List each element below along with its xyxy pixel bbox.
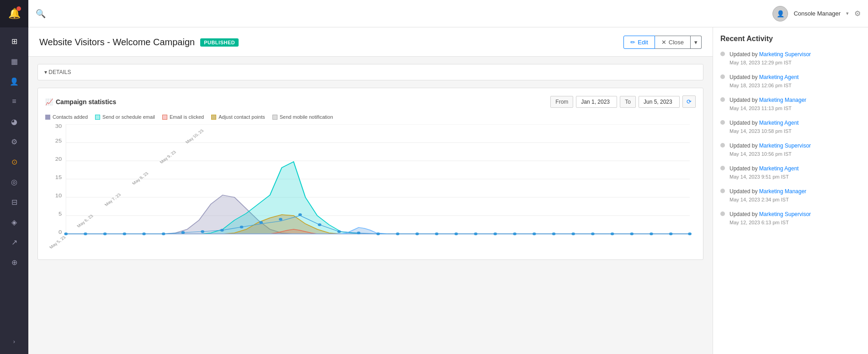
activity-text: Updated by Marketing Manager May 14, 202… — [730, 96, 806, 112]
svg-point-41 — [591, 232, 595, 235]
to-label: To — [620, 96, 636, 108]
activity-item: Updated by Marketing Supervisor May 12, … — [720, 210, 861, 227]
refresh-button[interactable]: ⟳ — [682, 95, 696, 108]
topbar: 🔍 👤 Console Manager ▾ ⚙ — [28, 0, 868, 27]
to-date-input[interactable]: Jun 5, 2023 — [639, 96, 680, 108]
sidebar-item-integrations[interactable]: ⚙ — [4, 132, 24, 151]
svg-point-22 — [220, 229, 224, 232]
svg-point-46 — [688, 232, 692, 235]
svg-point-32 — [415, 232, 419, 235]
svg-point-44 — [650, 232, 653, 235]
legend-mobile-notif: Send mobile notification — [272, 114, 333, 120]
sidebar-item-analytics[interactable]: ↗ — [4, 233, 24, 251]
activity-text: Updated by Marketing Agent May 18, 2023 … — [730, 73, 799, 90]
svg-text:May 9, 23: May 9, 23 — [159, 150, 177, 164]
legend-email-clicked-color — [162, 115, 167, 120]
legend-email-clicked: Email is clicked — [162, 114, 204, 120]
stats-header: 📈 Campaign statistics From Jan 1, 2023 T… — [45, 95, 696, 108]
sidebar-item-tags[interactable]: ⊕ — [4, 253, 24, 271]
svg-text:25: 25 — [55, 138, 62, 143]
svg-point-38 — [533, 232, 536, 235]
sidebar-item-table[interactable]: ⊟ — [4, 193, 24, 211]
svg-text:May 5, 23: May 5, 23 — [48, 235, 67, 249]
date-range: From Jan 1, 2023 To Jun 5, 2023 ⟳ — [550, 95, 696, 108]
svg-point-27 — [318, 223, 321, 226]
legend-send-email-color — [95, 115, 100, 120]
sidebar-expand-button[interactable]: › — [4, 333, 24, 349]
main-area: 🔍 👤 Console Manager ▾ ⚙ Website Visitors… — [28, 0, 868, 354]
activity-item: Updated by Marketing Agent May 18, 2023 … — [720, 73, 861, 90]
stats-card: 📈 Campaign statistics From Jan 1, 2023 T… — [37, 88, 703, 260]
activity-user-link[interactable]: Marketing Agent — [759, 165, 799, 172]
adjust-points-area — [66, 215, 690, 234]
from-label: From — [550, 96, 573, 108]
activity-text: Updated by Marketing Manager May 14, 202… — [730, 187, 806, 204]
legend-adjust-points: Adjust contact points — [211, 114, 265, 120]
sidebar-item-calendar[interactable]: ▦ — [4, 52, 24, 70]
svg-text:May 10, 23: May 10, 23 — [185, 129, 205, 144]
page-title: Website Visitors - Welcome Campaign — [39, 37, 195, 48]
activity-user-link[interactable]: Marketing Supervisor — [759, 211, 811, 217]
sidebar-item-dashboard[interactable]: ⊞ — [4, 32, 24, 50]
send-email-area — [66, 162, 690, 234]
activity-item: Updated by Marketing Agent May 14, 2023 … — [720, 164, 861, 181]
svg-point-21 — [201, 230, 204, 233]
activity-dot — [720, 52, 725, 56]
user-name-label[interactable]: Console Manager — [793, 10, 841, 17]
svg-point-37 — [513, 232, 517, 235]
activity-item: Updated by Marketing Manager May 14, 202… — [720, 96, 861, 112]
activity-date: May 18, 2023 12:29 pm IST — [730, 60, 792, 65]
sidebar-item-reports[interactable]: ◕ — [4, 112, 24, 131]
sidebar-item-lists[interactable]: ≡ — [4, 92, 24, 111]
svg-point-30 — [376, 232, 380, 235]
activity-user-link[interactable]: Marketing Agent — [759, 120, 799, 126]
search-icon[interactable]: 🔍 — [36, 9, 46, 19]
svg-point-34 — [454, 232, 458, 235]
from-date-input[interactable]: Jan 1, 2023 — [576, 96, 617, 108]
activity-user-link[interactable]: Marketing Supervisor — [759, 143, 811, 149]
baseline-line — [66, 216, 690, 234]
activity-text: Updated by Marketing Agent May 14, 2023 … — [730, 164, 799, 181]
settings-icon[interactable]: ⚙ — [854, 9, 861, 18]
close-icon: ✕ — [661, 39, 666, 46]
legend-adjust-points-color — [211, 115, 216, 120]
data-dot — [64, 232, 68, 235]
svg-text:5: 5 — [59, 211, 62, 216]
activity-user-link[interactable]: Marketing Supervisor — [759, 51, 811, 58]
actions-dropdown-button[interactable]: ▾ — [691, 36, 702, 49]
svg-text:May 6, 23: May 6, 23 — [76, 214, 94, 228]
legend-send-email: Send or schedule email — [95, 114, 155, 120]
close-button[interactable]: ✕ Close — [655, 36, 691, 49]
legend-mobile-notif-color — [272, 115, 277, 120]
svg-point-36 — [494, 232, 497, 235]
activity-date: May 14, 2023 9:51 pm IST — [730, 174, 789, 180]
activity-dot — [720, 74, 725, 79]
svg-point-19 — [162, 232, 165, 235]
svg-point-25 — [279, 218, 282, 221]
chart-container: 0 5 10 15 20 25 30 — [45, 124, 696, 252]
user-dropdown-icon[interactable]: ▾ — [846, 11, 849, 16]
activity-user-link[interactable]: Marketing Manager — [759, 188, 806, 195]
sidebar-item-contacts[interactable]: 👤 — [4, 72, 24, 90]
sidebar-item-rss[interactable]: ◎ — [4, 173, 24, 191]
activity-item: Updated by Marketing Agent May 14, 2023 … — [720, 119, 861, 135]
activity-user-link[interactable]: Marketing Agent — [759, 74, 799, 80]
activity-user-link[interactable]: Marketing Manager — [759, 97, 806, 103]
svg-point-16 — [103, 232, 107, 235]
activity-date: May 18, 2023 12:06 pm IST — [730, 83, 792, 88]
details-toggle[interactable]: ▾ DETAILS — [38, 64, 703, 80]
svg-point-26 — [298, 213, 302, 216]
edit-button[interactable]: ✏ Edit — [623, 36, 655, 49]
svg-point-29 — [357, 232, 361, 234]
svg-text:May 7, 23: May 7, 23 — [104, 193, 122, 207]
edit-icon: ✏ — [630, 39, 635, 46]
sidebar-item-palette[interactable]: ◈ — [4, 213, 24, 231]
sidebar-item-automation[interactable]: ⊙ — [4, 153, 24, 171]
legend-contacts-added: Contacts added — [45, 114, 88, 120]
chart-icon: 📈 — [45, 98, 53, 106]
svg-point-15 — [84, 232, 87, 235]
svg-point-18 — [142, 232, 146, 235]
svg-point-45 — [669, 232, 673, 235]
activity-text: Updated by Marketing Supervisor May 14, … — [730, 142, 811, 158]
chart-legend: Contacts added Send or schedule email Em… — [45, 114, 696, 120]
